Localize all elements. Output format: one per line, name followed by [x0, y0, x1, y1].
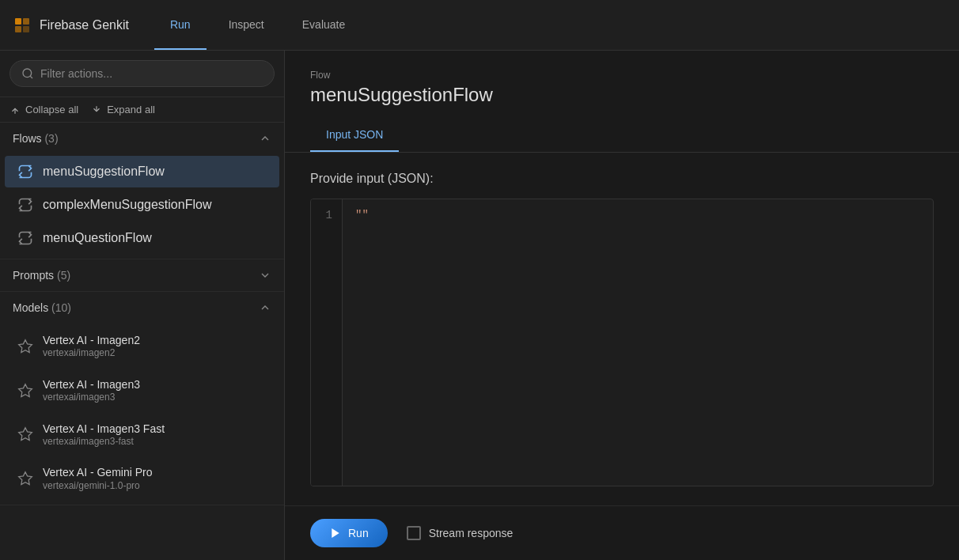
svg-rect-1 [23, 18, 29, 25]
svg-rect-3 [23, 26, 29, 32]
flow-icon-complexMenuSuggestionFlow [17, 197, 33, 213]
sidebar-controls: Collapse all Expand all [0, 97, 284, 123]
run-play-icon [329, 527, 342, 539]
sidebar-scroll-area: Flows (3) [0, 123, 284, 560]
flows-count: (3) [44, 132, 58, 145]
line-number-1: 1 [320, 209, 332, 221]
tab-inspect[interactable]: Inspect [213, 0, 280, 50]
stream-response-label[interactable]: Stream response [407, 526, 514, 540]
models-section-header[interactable]: Models (10) [0, 292, 284, 324]
sidebar-item-imagen2[interactable]: Vertex AI - Imagen2 vertexai/imagen2 [5, 325, 279, 368]
logo-area: Firebase Genkit [13, 16, 129, 35]
main-layout: Collapse all Expand all Flows (3) [0, 51, 959, 560]
flows-title-text: Flows [13, 132, 42, 145]
flow-label-menuQuestionFlow: menuQuestionFlow [43, 231, 152, 245]
flow-icon-menuQuestionFlow [17, 230, 33, 246]
content-tabs: Input JSON [310, 119, 934, 152]
sidebar-item-geminipro[interactable]: Vertex AI - Gemini Pro vertexai/gemini-1… [5, 457, 279, 500]
sidebar-item-imagen3fast[interactable]: Vertex AI - Imagen3 Fast vertexai/imagen… [5, 414, 279, 456]
svg-line-5 [30, 76, 32, 78]
model-label-imagen2: Vertex AI - Imagen2 [43, 333, 140, 347]
model-text-imagen3fast: Vertex AI - Imagen3 Fast vertexai/imagen… [43, 422, 165, 448]
prompts-section-title: Prompts (5) [13, 269, 70, 282]
model-text-geminipro: Vertex AI - Gemini Pro vertexai/gemini-1… [43, 465, 153, 492]
content-area: Flow menuSuggestionFlow Input JSON Provi… [285, 51, 959, 560]
tab-input-json[interactable]: Input JSON [310, 119, 399, 152]
flows-section: Flows (3) [0, 123, 284, 259]
sidebar-item-menuQuestionFlow[interactable]: menuQuestionFlow [5, 222, 279, 254]
expand-all-label: Expand all [107, 104, 155, 115]
stream-response-text: Stream response [429, 527, 514, 539]
model-icon-geminipro [17, 471, 33, 486]
svg-rect-2 [15, 26, 21, 32]
prompts-chevron-icon [259, 269, 271, 282]
model-sublabel-imagen3: vertexai/imagen3 [43, 392, 140, 404]
content-body: Provide input (JSON): 1 "" [285, 153, 959, 505]
search-icon [21, 67, 34, 80]
flow-label-menuSuggestionFlow: menuSuggestionFlow [43, 165, 165, 179]
svg-point-4 [23, 69, 32, 78]
svg-marker-12 [332, 528, 339, 538]
prompts-section-header[interactable]: Prompts (5) [0, 259, 284, 291]
sidebar-item-complexMenuSuggestionFlow[interactable]: complexMenuSuggestionFlow [5, 189, 279, 221]
flows-section-header[interactable]: Flows (3) [0, 123, 284, 154]
model-text-imagen2: Vertex AI - Imagen2 vertexai/imagen2 [43, 333, 140, 360]
models-section-title: Models (10) [13, 301, 71, 314]
sidebar-item-menuSuggestionFlow[interactable]: menuSuggestionFlow [5, 156, 279, 187]
model-label-imagen3fast: Vertex AI - Imagen3 Fast [43, 422, 165, 436]
svg-rect-0 [15, 18, 21, 25]
models-section: Models (10) V [0, 292, 284, 505]
svg-marker-10 [19, 428, 32, 441]
expand-all-button[interactable]: Expand all [91, 104, 155, 115]
flow-icon-menuSuggestionFlow [17, 164, 33, 180]
tab-run[interactable]: Run [154, 0, 207, 50]
model-text-imagen3: Vertex AI - Imagen3 vertexai/imagen3 [43, 377, 140, 404]
svg-marker-8 [19, 340, 32, 353]
app-logo-text: Firebase Genkit [40, 18, 129, 32]
search-box [0, 51, 284, 97]
model-label-imagen3: Vertex AI - Imagen3 [43, 377, 140, 392]
prompts-count: (5) [57, 269, 70, 282]
firebase-genkit-logo-icon [13, 16, 32, 35]
tab-evaluate[interactable]: Evaluate [286, 0, 361, 50]
model-icon-imagen3 [17, 383, 33, 399]
model-sublabel-imagen2: vertexai/imagen2 [43, 347, 140, 360]
model-sublabel-imagen3fast: vertexai/imagen3-fast [43, 436, 165, 448]
input-label: Provide input (JSON): [310, 172, 934, 186]
svg-marker-9 [19, 384, 32, 396]
search-input[interactable] [40, 67, 263, 80]
json-editor: 1 "" [310, 199, 934, 486]
expand-icon [91, 104, 102, 115]
prompts-section: Prompts (5) [0, 259, 284, 292]
run-button[interactable]: Run [310, 519, 388, 547]
prompts-title-text: Prompts [13, 269, 54, 282]
sidebar: Collapse all Expand all Flows (3) [0, 51, 285, 560]
bottom-actions: Run Stream response [285, 505, 959, 560]
collapse-all-button[interactable]: Collapse all [9, 104, 78, 115]
models-count: (10) [51, 301, 71, 314]
model-icon-imagen2 [17, 339, 33, 354]
breadcrumb: Flow [310, 70, 934, 81]
models-title-text: Models [13, 301, 48, 314]
flow-label-complexMenuSuggestionFlow: complexMenuSuggestionFlow [43, 198, 211, 212]
flows-chevron-icon [259, 132, 271, 145]
run-button-label: Run [348, 527, 369, 539]
svg-marker-11 [19, 472, 32, 485]
flows-section-items: menuSuggestionFlow complexMenuSuggestion… [0, 156, 284, 259]
models-section-items: Vertex AI - Imagen2 vertexai/imagen2 Ver… [0, 325, 284, 505]
line-numbers: 1 [311, 199, 343, 486]
collapse-icon [9, 104, 21, 115]
sidebar-item-imagen3[interactable]: Vertex AI - Imagen3 vertexai/imagen3 [5, 369, 279, 412]
models-chevron-icon [259, 301, 271, 314]
nav-tabs: Run Inspect Evaluate [154, 0, 361, 50]
stream-response-checkbox[interactable] [407, 526, 421, 540]
model-label-geminipro: Vertex AI - Gemini Pro [43, 465, 153, 479]
model-sublabel-geminipro: vertexai/gemini-1.0-pro [43, 480, 153, 493]
json-input[interactable]: "" [343, 199, 933, 486]
content-header: Flow menuSuggestionFlow Input JSON [285, 51, 959, 153]
top-navigation: Firebase Genkit Run Inspect Evaluate [0, 0, 959, 51]
page-title: menuSuggestionFlow [310, 84, 934, 106]
flows-section-title: Flows (3) [13, 132, 59, 145]
collapse-all-label: Collapse all [25, 104, 78, 115]
search-input-wrapper [9, 60, 275, 87]
